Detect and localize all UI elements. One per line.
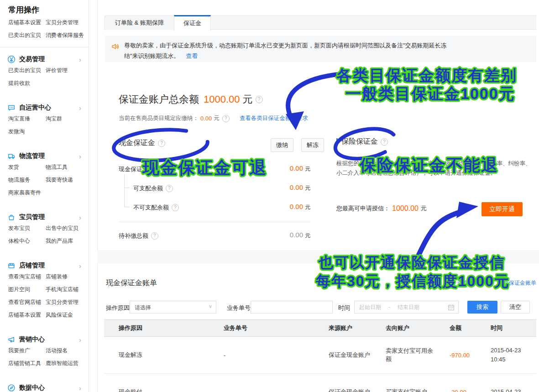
notice-text: 尊敬的卖家，由于保证金系统升级，动态账期订单流水已变更为新页面，新页面内请根据时… bbox=[124, 40, 489, 61]
sidebar-link[interactable]: 查看淘宝店铺 bbox=[8, 270, 46, 283]
bill-links: 查看扣款去向 保险保证金账单 bbox=[371, 279, 536, 287]
notice-view-link[interactable]: 查看 bbox=[186, 52, 198, 59]
sidebar-link[interactable]: 物流工具 bbox=[46, 161, 89, 173]
cash-deposit-header: 现金保证金 ? bbox=[119, 138, 165, 148]
sidebar-link[interactable]: 店铺基本设置 bbox=[8, 308, 46, 321]
sidebar-section-logistics[interactable]: 物流管理 › bbox=[7, 152, 84, 161]
pay-deposit-button[interactable]: 缴纳 bbox=[271, 138, 293, 152]
sidebar-link[interactable]: 鹿班智能运营 bbox=[46, 357, 89, 370]
sidebar-link[interactable]: 评价管理 bbox=[46, 64, 89, 77]
sidebar-link[interactable]: 已卖出的宝贝 bbox=[8, 64, 46, 77]
required-deposit-label: 当前在售商品类目规定应缴纳： bbox=[119, 115, 199, 122]
sidebar-link[interactable]: 我要推广 bbox=[8, 344, 46, 357]
help-icon[interactable]: ? bbox=[172, 204, 179, 211]
sidebar-link[interactable]: 我的产品库 bbox=[46, 235, 89, 247]
cash-balance-label: 现金保证金余额 bbox=[119, 165, 160, 173]
table-row: 现金赔付 保证金现金账户 买家支付宝账户 -30.00 2015-04-23 bbox=[104, 374, 536, 392]
sidebar-link[interactable]: 商家裹裹寄件 bbox=[8, 186, 46, 199]
disposable-balance-row: 可支配余额 ? bbox=[133, 184, 173, 193]
sidebar-link[interactable]: 风险保证金 bbox=[46, 308, 89, 321]
insurance-description: 根据您的店铺经营情况（开店时长、店铺等级、DSR评分、退款率、纠纷率、小二介入率… bbox=[336, 159, 532, 178]
sidebar-section-shop[interactable]: 店铺管理 › bbox=[7, 261, 84, 270]
sidebar-quick-title: 常用操作 bbox=[8, 5, 89, 15]
cash-balance-value-box: 0.00元 bbox=[219, 164, 310, 173]
bill-section-title: 现金保证金账单 bbox=[106, 278, 157, 288]
sidebar-section-label: 自运营中心 bbox=[19, 104, 79, 112]
sidebar-section-data[interactable]: 数据中心 › bbox=[7, 383, 84, 392]
sidebar-link[interactable]: 提前收款 bbox=[8, 77, 46, 89]
sidebar-link[interactable]: 活动报名 bbox=[46, 344, 89, 357]
help-icon[interactable]: ? bbox=[381, 138, 388, 146]
help-icon[interactable]: ? bbox=[166, 185, 173, 192]
deduction-destination-link[interactable]: 查看扣款去向 bbox=[457, 280, 490, 286]
sidebar-section-selfrun[interactable]: 自运营中心 › bbox=[7, 103, 84, 112]
sidebar-link[interactable]: 店铺营销工具 bbox=[8, 357, 46, 370]
sidebar-link[interactable]: 查看官网店铺 bbox=[8, 296, 46, 308]
section-accent-bar bbox=[336, 138, 338, 146]
help-icon[interactable]: ? bbox=[158, 140, 165, 147]
sidebar-link[interactable]: 宝贝分类管理 bbox=[46, 296, 89, 308]
pending-payment-value-box: 0.00元 bbox=[219, 231, 310, 240]
sidebar-link[interactable]: 消费者保障服务 bbox=[46, 29, 89, 42]
help-icon[interactable]: ? bbox=[222, 115, 230, 122]
calendar-icon bbox=[448, 304, 455, 311]
sidebar-link[interactable]: 出售中的宝贝 bbox=[46, 222, 89, 235]
category-requirement-link[interactable]: 查看各类目保证金额度要求 bbox=[240, 115, 308, 122]
non-disposable-balance-row: 不可支配余额 ? bbox=[133, 204, 179, 212]
sidebar-link[interactable]: 店铺装修 bbox=[46, 270, 89, 283]
help-icon[interactable]: ? bbox=[151, 232, 158, 240]
sidebar-link[interactable]: 我要寄快递 bbox=[46, 173, 89, 186]
unit: 元 bbox=[305, 232, 310, 239]
sidebar-link[interactable]: 体检中心 bbox=[8, 235, 46, 247]
tab-deposit[interactable]: 保证金 bbox=[174, 15, 211, 31]
open-now-button[interactable]: 立即开通 bbox=[481, 202, 523, 216]
sidebar-section-label: 交易管理 bbox=[19, 55, 79, 63]
help-icon[interactable]: ? bbox=[256, 96, 263, 103]
sidebar-link[interactable]: 淘宝直播 bbox=[8, 112, 46, 125]
credit-limit-label: 您最高可申请授信： bbox=[336, 204, 390, 213]
sidebar-link[interactable]: 手机淘宝店铺 bbox=[46, 283, 89, 296]
sidebar-link[interactable]: 店铺基本设置 bbox=[8, 16, 46, 29]
arrow-to-category-link bbox=[288, 74, 341, 116]
column-header: 去向账户 bbox=[371, 320, 435, 336]
date-range-picker[interactable]: 起始日期 - 结束日期 bbox=[354, 301, 459, 314]
cell-from: 保证金现金账户 bbox=[314, 351, 371, 359]
cell-to: 卖家支付宝可用余额 bbox=[371, 347, 435, 363]
sidebar-link[interactable]: 图片空间 bbox=[8, 283, 46, 296]
account-balance-label: 保证金账户总余额 bbox=[119, 93, 199, 106]
tab-bar: 订单险 & 账期保障 保证金 bbox=[105, 15, 536, 30]
category-note-line1: 各类目保证金额度有差别 bbox=[336, 67, 517, 84]
tree-connector bbox=[124, 174, 125, 207]
sidebar-link[interactable]: 发货 bbox=[8, 161, 46, 173]
sidebar-section-label: 营销中心 bbox=[19, 335, 79, 344]
sidebar-link[interactable]: 发微淘 bbox=[8, 125, 46, 138]
sidebar-section-items[interactable]: 宝贝管理 › bbox=[7, 213, 84, 222]
tree-connector bbox=[124, 207, 130, 207]
clear-button[interactable]: 清空 bbox=[501, 301, 530, 314]
sidebar-link[interactable]: 发布宝贝 bbox=[8, 222, 46, 235]
sidebar-section-label: 数据中心 bbox=[19, 384, 79, 392]
unfreeze-button[interactable]: 解冻 bbox=[301, 138, 324, 152]
sidebar-section-marketing[interactable]: 营销中心 › bbox=[7, 335, 84, 344]
search-button[interactable]: 搜索 bbox=[467, 301, 497, 314]
sidebar-link[interactable]: 物流服务 bbox=[8, 173, 46, 186]
reason-select-value: 请选择 bbox=[135, 304, 151, 312]
sidebar-link[interactable]: 淘宝群 bbox=[46, 112, 89, 125]
reason-select[interactable]: 请选择 ∨ bbox=[130, 301, 216, 314]
sidebar: 常用操作 店铺基本设置 宝贝分类管理 已卖出的宝贝 消费者保障服务 交易管理 ›… bbox=[0, 0, 89, 392]
insurance-bill-link[interactable]: 保险保证金账单 bbox=[498, 280, 536, 286]
tab-order-insurance[interactable]: 订单险 & 账期保障 bbox=[105, 16, 174, 30]
sidebar-section-trade[interactable]: 交易管理 › bbox=[7, 55, 84, 64]
cell-time: 2015-04-23 10:45 bbox=[476, 346, 536, 364]
sidebar-link[interactable]: 已卖出的宝贝 bbox=[8, 29, 46, 42]
chevron-right-icon: › bbox=[79, 214, 81, 221]
yuan-circle-icon bbox=[7, 55, 16, 63]
reason-filter-label: 操作原因 bbox=[106, 304, 130, 312]
order-number-input[interactable] bbox=[251, 301, 333, 314]
disposable-balance-value-box: 0.00元 bbox=[219, 183, 310, 192]
unit: 元 bbox=[305, 166, 310, 172]
sidebar-link[interactable]: 宝贝分类管理 bbox=[46, 16, 89, 29]
cell-amount: -970.00 bbox=[435, 352, 476, 359]
pending-payment-value: 0.00 bbox=[290, 231, 303, 239]
cell-clock: 10:45 bbox=[491, 355, 536, 364]
